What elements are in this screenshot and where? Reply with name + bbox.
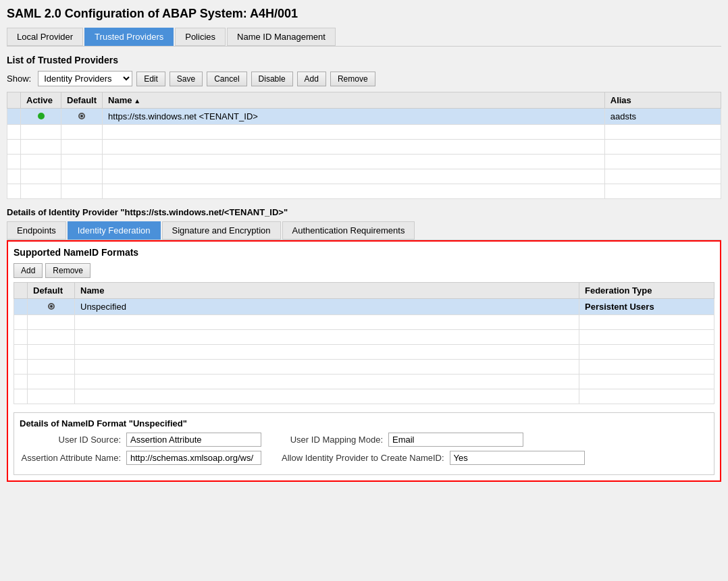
allow-idp-row: Allow Identity Provider to Create NameID… xyxy=(282,451,585,465)
nameid-formats-table: Default Name Federation Type Unspecified xyxy=(14,282,714,404)
cell-default xyxy=(61,109,103,125)
assertion-attr-name-label: Assertion Attribute Name: xyxy=(20,453,121,463)
cell-federation-type: Persistent Users xyxy=(579,299,714,315)
user-id-mapping-input[interactable] xyxy=(388,433,523,447)
nameid-toolbar: Add Remove xyxy=(14,263,714,278)
table-row xyxy=(14,345,714,360)
user-id-mapping-label: User ID Mapping Mode: xyxy=(282,435,383,445)
nameid-format-title: Details of NameID Format "Unspecified" xyxy=(20,418,708,428)
assertion-attr-name-value xyxy=(126,451,261,465)
default-radio xyxy=(48,303,55,310)
user-id-source-label: User ID Source: xyxy=(20,435,121,445)
trusted-providers-title: List of Trusted Providers xyxy=(7,55,721,65)
table-row xyxy=(7,155,721,169)
table-row[interactable]: Unspecified Persistent Users xyxy=(14,299,714,315)
col-active: Active xyxy=(21,92,61,109)
table-row xyxy=(14,375,714,389)
add-provider-button[interactable]: Add xyxy=(297,72,326,86)
user-id-mapping-row: User ID Mapping Mode: xyxy=(282,433,585,447)
default-radio xyxy=(78,113,85,119)
cell-active xyxy=(21,109,61,125)
col-selector xyxy=(14,283,28,299)
tab-policies[interactable]: Policies xyxy=(175,28,226,46)
table-row xyxy=(7,125,721,140)
table-row xyxy=(7,140,721,155)
col-federation-type: Federation Type xyxy=(579,283,714,299)
trusted-providers-section: List of Trusted Providers Show: Identity… xyxy=(7,55,721,199)
table-row xyxy=(14,389,714,404)
col-name: Name xyxy=(103,92,605,109)
cell-name: https://sts.windows.net <TENANT_ID> xyxy=(103,109,605,125)
allow-idp-input[interactable] xyxy=(450,451,585,465)
nameid-right-col: User ID Mapping Mode: Allow Identity Pro… xyxy=(282,433,585,469)
tab-local-provider[interactable]: Local Provider xyxy=(7,28,83,46)
show-label: Show: xyxy=(7,74,31,84)
identity-federation-content: Supported NameID Formats Add Remove Defa… xyxy=(7,240,721,482)
tab-auth-requirements[interactable]: Authentication Requirements xyxy=(282,221,415,240)
tab-trusted-providers[interactable]: Trusted Providers xyxy=(84,28,174,46)
nameid-section-title: Supported NameID Formats xyxy=(14,247,714,258)
cell-default xyxy=(28,299,75,315)
provider-details-area: Details of Identity Provider "https://st… xyxy=(7,207,721,482)
col-default: Default xyxy=(61,92,103,109)
cell-name: Unspecified xyxy=(75,299,579,315)
allow-idp-value xyxy=(450,451,585,465)
col-name: Name xyxy=(75,283,579,299)
edit-button[interactable]: Edit xyxy=(136,72,165,86)
trusted-providers-toolbar: Show: Identity Providers Edit Save Cance… xyxy=(7,71,721,86)
active-indicator xyxy=(38,113,45,119)
user-id-source-row: User ID Source: xyxy=(20,433,261,447)
tab-endpoints[interactable]: Endpoints xyxy=(7,221,66,240)
table-row xyxy=(7,184,721,199)
cancel-button[interactable]: Cancel xyxy=(207,72,246,86)
assertion-attr-name-row: Assertion Attribute Name: xyxy=(20,451,261,465)
tab-identity-federation[interactable]: Identity Federation xyxy=(68,221,161,240)
table-row[interactable]: https://sts.windows.net <TENANT_ID> aads… xyxy=(7,109,721,125)
remove-nameid-button[interactable]: Remove xyxy=(45,263,90,278)
user-id-source-value xyxy=(126,433,261,447)
save-button[interactable]: Save xyxy=(170,72,203,86)
col-selector xyxy=(7,92,21,109)
trusted-providers-table: Active Default Name Alias https://sts.wi… xyxy=(7,92,721,199)
provider-details-header: Details of Identity Provider "https://st… xyxy=(7,207,721,217)
show-dropdown[interactable]: Identity Providers xyxy=(38,71,132,86)
allow-idp-label: Allow Identity Provider to Create NameID… xyxy=(282,453,444,463)
nameid-format-details: Details of NameID Format "Unspecified" U… xyxy=(14,412,714,475)
add-nameid-button[interactable]: Add xyxy=(14,263,43,278)
main-tab-bar: Local Provider Trusted Providers Policie… xyxy=(7,28,721,47)
user-id-source-input[interactable] xyxy=(126,433,261,447)
disable-button[interactable]: Disable xyxy=(251,72,293,86)
remove-provider-button[interactable]: Remove xyxy=(330,72,375,86)
assertion-attr-name-input[interactable] xyxy=(126,451,261,465)
nameid-detail-rows: User ID Source: Assertion Attribute Name… xyxy=(20,433,708,469)
page-container: SAML 2.0 Configuration of ABAP System: A… xyxy=(7,7,721,482)
provider-detail-tab-bar: Endpoints Identity Federation Signature … xyxy=(7,221,721,240)
table-row xyxy=(7,169,721,184)
row-indicator xyxy=(7,109,21,125)
table-row xyxy=(14,330,714,345)
table-row xyxy=(14,315,714,330)
row-indicator xyxy=(14,299,28,315)
table-row xyxy=(14,360,714,375)
cell-alias: aadsts xyxy=(604,109,721,125)
page-title: SAML 2.0 Configuration of ABAP System: A… xyxy=(7,7,721,21)
tab-signature-encryption[interactable]: Signature and Encryption xyxy=(162,221,281,240)
nameid-left-col: User ID Source: Assertion Attribute Name… xyxy=(20,433,261,469)
col-default: Default xyxy=(28,283,75,299)
tab-name-id-management[interactable]: Name ID Management xyxy=(227,28,336,46)
user-id-mapping-value xyxy=(388,433,523,447)
nameid-table-wrap: Default Name Federation Type Unspecified xyxy=(14,282,714,404)
col-alias: Alias xyxy=(604,92,721,109)
